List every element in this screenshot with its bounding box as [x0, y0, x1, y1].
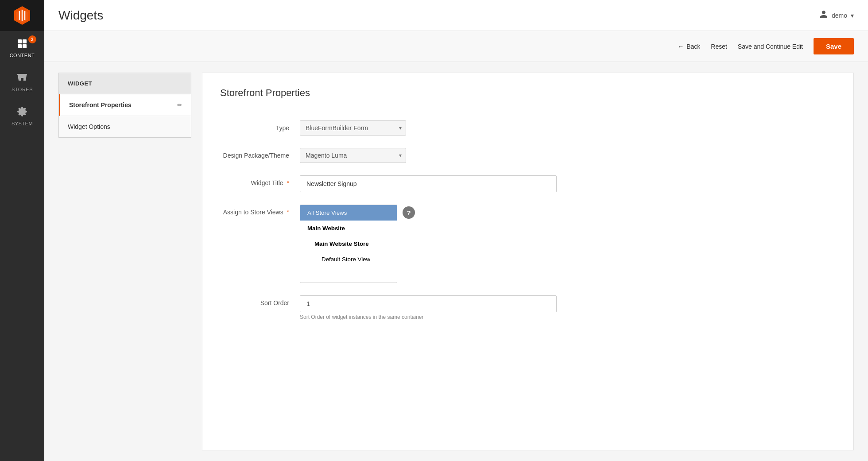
widget-title-input[interactable]	[300, 175, 557, 192]
nav-item-storefront[interactable]: Storefront Properties ✏	[59, 94, 191, 116]
sidebar-item-content[interactable]: CONTENT 3	[0, 31, 44, 65]
widget-title-field-row: Widget Title *	[220, 175, 836, 192]
design-label: Design Package/Theme	[220, 148, 300, 160]
sort-order-field-row: Sort Order Sort Order of widget instance…	[220, 295, 836, 320]
system-icon	[17, 106, 27, 119]
store-views-container: All Store Views Main Website Main Websit…	[300, 205, 566, 283]
store-view-default-option[interactable]: Default Store View	[300, 252, 397, 267]
save-button[interactable]: Save	[814, 38, 854, 54]
notification-badge: 3	[28, 35, 36, 43]
back-button[interactable]: ← Back	[678, 43, 700, 50]
svg-rect-4	[21, 78, 23, 81]
type-select-wrapper: BlueFormBuilder Form ▾	[300, 120, 406, 136]
widget-title-control	[300, 175, 566, 192]
svg-rect-2	[18, 44, 22, 48]
user-avatar-icon	[819, 10, 828, 21]
nav-item-storefront-label: Storefront Properties	[69, 101, 132, 108]
store-views-required: *	[287, 209, 289, 216]
edit-icon: ✏	[177, 102, 182, 108]
design-field-row: Design Package/Theme Magento Luma ▾	[220, 148, 836, 163]
nav-item-widget-options-label: Widget Options	[68, 123, 110, 130]
action-bar: ← Back Reset Save and Continue Edit Save	[44, 31, 868, 62]
user-name: demo	[832, 12, 847, 19]
store-views-control: All Store Views Main Website Main Websit…	[300, 205, 566, 283]
nav-item-widget-options[interactable]: Widget Options	[59, 116, 191, 137]
sidebar: CONTENT 3 STORES SYSTEM	[0, 0, 44, 461]
sort-order-hint: Sort Order of widget instances in the sa…	[300, 314, 566, 320]
save-continue-button[interactable]: Save and Continue Edit	[738, 39, 803, 54]
reset-button[interactable]: Reset	[711, 39, 727, 54]
sort-order-label: Sort Order	[220, 295, 300, 308]
widget-title-label: Widget Title *	[220, 175, 300, 188]
design-select[interactable]: Magento Luma	[300, 148, 406, 163]
widget-section-header: WIDGET	[58, 73, 191, 94]
sidebar-item-label: CONTENT	[10, 53, 35, 58]
sidebar-logo	[0, 0, 44, 31]
back-arrow-icon: ←	[678, 43, 684, 50]
sort-order-control: Sort Order of widget instances in the sa…	[300, 295, 566, 320]
sort-order-input[interactable]	[300, 295, 557, 312]
store-views-listbox[interactable]: All Store Views Main Website Main Websit…	[300, 205, 397, 283]
sidebar-item-label: SYSTEM	[12, 121, 33, 126]
user-dropdown-arrow: ▾	[851, 12, 854, 19]
widget-nav-list: Storefront Properties ✏ Widget Options	[58, 94, 191, 138]
store-views-field-row: Assign to Store Views * All Store Views …	[220, 205, 836, 283]
svg-rect-1	[23, 39, 27, 43]
sidebar-item-label: STORES	[12, 87, 33, 92]
type-control: BlueFormBuilder Form ▾	[300, 120, 566, 136]
stores-icon	[17, 72, 27, 85]
main-content: Widgets demo ▾ ← Back Reset Save and Con…	[44, 0, 868, 461]
svg-rect-3	[23, 44, 27, 48]
type-field-row: Type BlueFormBuilder Form ▾	[220, 120, 836, 136]
store-views-label: Assign to Store Views *	[220, 205, 300, 217]
store-view-main-website-option[interactable]: Main Website	[300, 221, 397, 236]
store-view-all-option[interactable]: All Store Views	[300, 205, 397, 221]
right-panel: Storefront Properties Type BlueFormBuild…	[202, 73, 854, 450]
user-menu[interactable]: demo ▾	[819, 10, 854, 21]
type-select[interactable]: BlueFormBuilder Form	[300, 120, 406, 136]
widget-title-required: *	[287, 179, 289, 186]
design-select-wrapper: Magento Luma ▾	[300, 148, 406, 163]
content-area: WIDGET Storefront Properties ✏ Widget Op…	[44, 62, 868, 461]
content-icon	[17, 38, 27, 51]
store-view-main-website-store-option[interactable]: Main Website Store	[300, 236, 397, 252]
top-header: Widgets demo ▾	[44, 0, 868, 31]
type-label: Type	[220, 120, 300, 133]
sidebar-item-system[interactable]: SYSTEM	[0, 99, 44, 133]
section-title: Storefront Properties	[220, 87, 836, 106]
left-panel: WIDGET Storefront Properties ✏ Widget Op…	[58, 73, 191, 450]
page-title: Widgets	[58, 8, 103, 23]
design-control: Magento Luma ▾	[300, 148, 566, 163]
svg-rect-0	[18, 39, 22, 43]
magento-logo-icon	[12, 5, 32, 26]
sidebar-item-stores[interactable]: STORES	[0, 65, 44, 99]
store-views-help-icon[interactable]: ?	[403, 206, 415, 219]
